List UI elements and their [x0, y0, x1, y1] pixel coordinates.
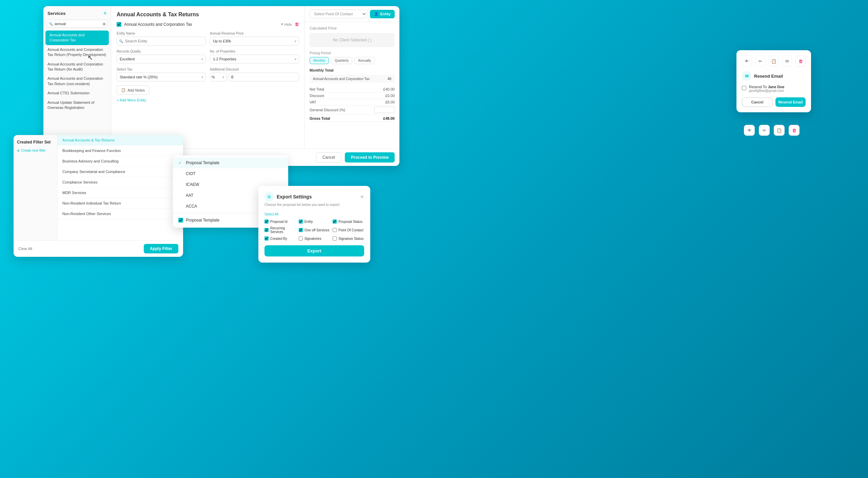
resend-email-title: ✉ Resend Email	[742, 71, 806, 81]
no-client-box: No Client Selected ( )	[310, 33, 395, 47]
export-checkbox-1[interactable]	[299, 219, 303, 224]
additional-discount-field: Additional Discount %	[210, 68, 299, 81]
proceed-button[interactable]: Proceed to Preview	[345, 152, 395, 162]
period-tab-quarterly[interactable]: Quarterly	[331, 57, 352, 64]
add-notes-button[interactable]: 📋 Add Notes	[117, 85, 149, 95]
export-checkbox-0[interactable]	[264, 219, 269, 224]
sidebar-add-button[interactable]: +	[103, 10, 107, 16]
service-check-label: Annual Accounts and Corporation Tax	[124, 22, 278, 27]
resend-cancel-button[interactable]: Cancel	[742, 97, 773, 107]
hide-button[interactable]: ▾ Hide	[281, 22, 292, 26]
resend-confirm-button[interactable]: Resend Email	[775, 97, 806, 107]
sidebar-item-3[interactable]: Annual Accounts and Corporation Tax Retu…	[43, 74, 111, 89]
sidebar-title: Services	[47, 11, 66, 16]
sidebar-search-input[interactable]	[47, 20, 107, 28]
select-tax-select[interactable]: Standard rate % (20%)	[117, 73, 206, 81]
filter-item-3[interactable]: Company Secretarial and Compliance	[58, 167, 183, 177]
export-checkbox-4[interactable]	[299, 228, 303, 232]
clear-all-button[interactable]: Clear All	[18, 247, 32, 251]
additional-discount-input[interactable]	[228, 73, 299, 81]
resend-email-modal: 👁 ✏ 📋 ✉ 🗑 ✉ Resend Email Resend To Jane …	[736, 50, 811, 112]
add-notes-icon: 📋	[121, 88, 126, 92]
service-checkbox[interactable]	[117, 22, 121, 27]
add-entity-link[interactable]: + Add More Entity	[117, 98, 146, 102]
monthly-total-label: Monthly Total	[310, 68, 395, 72]
bottom-copy-icon-button[interactable]: 📋	[774, 125, 785, 136]
view-icon-button[interactable]: 👁	[742, 56, 752, 66]
sidebar-filter-icon[interactable]: ⊞	[103, 22, 105, 26]
filter-item-5[interactable]: MDR Services	[58, 188, 183, 198]
records-quality-select[interactable]: Excellent	[117, 55, 206, 63]
general-discount-input[interactable]	[374, 107, 395, 113]
general-discount-label: General Discount (%)	[310, 108, 345, 112]
dropdown-item-1[interactable]: CIOT	[173, 168, 288, 179]
main-title: Annual Accounts & Tax Returns	[117, 12, 299, 18]
no-of-properties-label: No. of Properties	[210, 50, 299, 53]
sidebar-item-0[interactable]: Annual Accounts and Corporation Tax	[45, 31, 109, 45]
annual-revenue-field: Annual Revenue Price Up to £30k	[210, 32, 299, 45]
export-field-7: Signatories	[299, 236, 330, 241]
export-checkbox-7[interactable]	[299, 236, 303, 241]
sidebar-item-5[interactable]: Annual Update Statement of Overseas Regi…	[43, 98, 111, 113]
resend-action-row: Cancel Resend Email	[742, 97, 806, 107]
export-checkbox-2[interactable]	[333, 219, 337, 224]
filter-item-1[interactable]: Bookkeeping and Finance Function	[58, 146, 183, 156]
filter-item-0[interactable]: Annual Accounts & Tax Returns	[58, 135, 183, 146]
export-close-button[interactable]: ✕	[360, 194, 364, 199]
period-tab-annually[interactable]: Annually	[354, 57, 375, 64]
export-field-3: Recurring Services	[264, 226, 296, 234]
sidebar-item-2[interactable]: Annual Accounts and Corporation Tax Retu…	[43, 60, 111, 74]
export-field-8: Signature Status	[333, 236, 364, 241]
filter-item-6[interactable]: Non-Resident Individual Tax Return	[58, 198, 183, 209]
export-field-5: Point Of Contact	[333, 226, 364, 234]
dropdown-checked-checkbox[interactable]	[178, 218, 183, 223]
create-new-filter-link[interactable]: ⊕ Create new filter	[17, 149, 54, 152]
export-field-6: Created By	[264, 236, 296, 241]
entity-name-field: Entity Name 🔍	[117, 32, 206, 45]
filter-sidebar: Created Filter Set ⊕ Create new filter	[14, 135, 58, 240]
bottom-icon-row: 👁 ✏ 📋 🗑	[744, 125, 800, 136]
copy-icon-button[interactable]: 📋	[769, 56, 779, 66]
select-tax-label: Select Tax	[117, 68, 206, 71]
bottom-view-icon-button[interactable]: 👁	[744, 125, 755, 136]
bottom-delete-icon-button[interactable]: 🗑	[789, 125, 800, 136]
entity-name-input[interactable]	[117, 37, 206, 45]
monthly-service-value: 40	[388, 77, 391, 81]
resend-to-label: Resend To Jane Doe	[749, 85, 784, 89]
export-checkbox-3[interactable]	[264, 228, 269, 232]
period-tab-monthly[interactable]: Monthly	[310, 57, 329, 64]
delete-service-button[interactable]: 🗑	[295, 22, 299, 27]
export-select-all[interactable]: Select All	[264, 212, 278, 216]
discount-type-select[interactable]: %	[210, 73, 227, 81]
pricing-panel: Select Point Of Contact 👤 Entity Calcula…	[304, 6, 399, 149]
filter-item-2[interactable]: Business Advisory and Consulting	[58, 156, 183, 167]
export-checkbox-8[interactable]	[333, 236, 337, 241]
cancel-button[interactable]: Cancel	[316, 152, 341, 162]
monthly-service-label: Annual Accounts and Corporation Tax	[313, 77, 370, 81]
filter-item-7[interactable]: Non-Resident Other Services	[58, 209, 183, 219]
gross-total-label: Gross Total	[310, 116, 330, 120]
apply-filter-button[interactable]: Apply Filter	[144, 244, 178, 253]
export-settings-icon: ⚙	[264, 192, 274, 202]
main-content-area: Annual Accounts & Tax Returns Annual Acc…	[111, 6, 304, 149]
filter-item-4[interactable]: Compliance Services	[58, 177, 183, 188]
poc-select[interactable]: Select Point Of Contact	[310, 9, 367, 18]
dropdown-item-0[interactable]: ✓ Proposal Template	[173, 157, 288, 168]
entity-button[interactable]: 👤 Entity	[370, 10, 395, 18]
filter-list: Annual Accounts & Tax Returns Bookkeepin…	[58, 135, 183, 240]
export-button[interactable]: Export	[264, 245, 364, 256]
export-checkbox-6[interactable]	[264, 236, 269, 241]
export-checkbox-5[interactable]	[333, 228, 337, 232]
no-of-properties-select[interactable]: 1-2 Properties	[210, 55, 299, 63]
sidebar-item-1[interactable]: Annual Accounts and Corporation Tax Retu…	[43, 45, 111, 60]
filter-bottom-bar: Clear All Apply Filter	[14, 240, 183, 257]
resend-to-checkbox[interactable]	[742, 86, 746, 90]
bottom-edit-icon-button[interactable]: ✏	[759, 125, 770, 136]
edit-icon-button[interactable]: ✏	[755, 56, 766, 66]
mail-icon-button[interactable]: ✉	[782, 56, 792, 66]
delete-icon-button[interactable]: 🗑	[795, 56, 806, 66]
annual-revenue-select[interactable]: Up to £30k	[210, 37, 299, 45]
calculated-price-label: Calculated Price	[310, 26, 395, 30]
sidebar-item-4[interactable]: Annual CT61 Submission	[43, 89, 111, 98]
net-total-value: £40.00	[383, 87, 395, 91]
